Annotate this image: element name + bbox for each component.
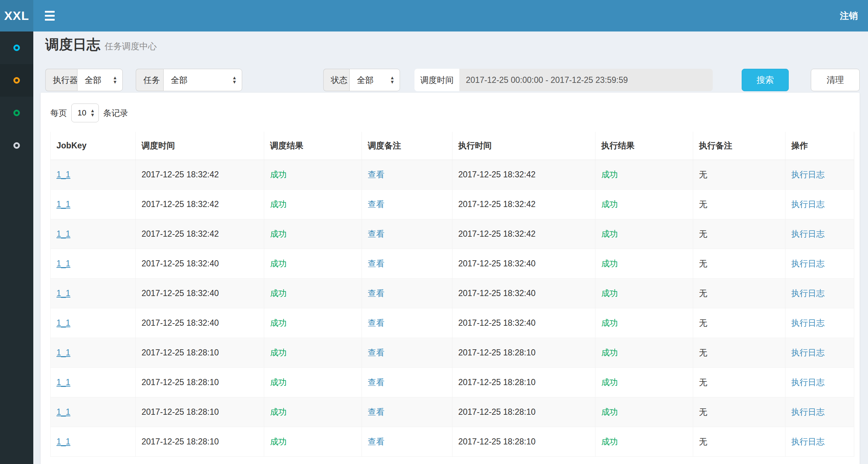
trigger-msg-link[interactable]: 查看	[368, 170, 384, 179]
trigger-time: 2017-12-25 18:32:40	[142, 259, 219, 268]
clean-button[interactable]: 清理	[811, 69, 860, 91]
trigger-msg-link[interactable]: 查看	[368, 437, 384, 446]
job-select[interactable]: 全部 ▲▼	[163, 69, 242, 91]
table-row: 1_12017-12-25 18:28:10成功查看2017-12-25 18:…	[51, 397, 854, 427]
trigger-time-range-input[interactable]: 2017-12-25 00:00:00 - 2017-12-25 23:59:5…	[459, 69, 713, 91]
cell-exec-log-link: 执行日志	[785, 368, 854, 397]
sidebar-item-1[interactable]	[0, 31, 33, 64]
cell-handle-result: 成功	[595, 249, 693, 279]
cell-trigger-time: 2017-12-25 18:28:10	[136, 397, 264, 427]
exec-log-link[interactable]: 执行日志	[791, 259, 825, 268]
trigger-msg-link[interactable]: 查看	[368, 348, 384, 357]
cell-handle-result: 成功	[595, 397, 693, 427]
jobkey-link[interactable]: 1_1	[56, 377, 70, 387]
table-row: 1_12017-12-25 18:32:42成功查看2017-12-25 18:…	[51, 190, 854, 219]
handle-result: 成功	[601, 318, 618, 328]
cell-trigger-time: 2017-12-25 18:32:42	[136, 190, 264, 219]
cell-handle-time: 2017-12-25 18:32:42	[452, 190, 595, 219]
handle-time: 2017-12-25 18:32:42	[458, 199, 536, 209]
jobkey-link[interactable]: 1_1	[56, 229, 70, 239]
cell-handle-time: 2017-12-25 18:28:10	[452, 427, 595, 457]
table-row: 1_12017-12-25 18:28:10成功查看2017-12-25 18:…	[51, 368, 854, 397]
cell-handle-result: 成功	[595, 219, 693, 249]
cell-trigger-result: 成功	[264, 338, 362, 368]
trigger-result: 成功	[270, 348, 287, 357]
cell-handle-time: 2017-12-25 18:32:40	[452, 308, 595, 338]
exec-log-link[interactable]: 执行日志	[791, 170, 825, 179]
exec-log-link[interactable]: 执行日志	[791, 199, 825, 209]
cell-handle-time: 2017-12-25 18:28:10	[452, 338, 595, 368]
job-filter: 任务 全部 ▲▼	[136, 69, 242, 91]
search-button[interactable]: 搜索	[742, 69, 789, 91]
filter-toolbar: 执行器 全部 ▲▼ 任务 全部 ▲▼ 状态 全部 ▲▼ 调度时间 2017-12…	[0, 69, 868, 91]
cell-exec-log-link: 执行日志	[785, 160, 854, 190]
trigger-time: 2017-12-25 18:32:42	[142, 199, 219, 209]
trigger-msg-link[interactable]: 查看	[368, 259, 384, 268]
cell-jobkey-link: 1_1	[51, 160, 136, 190]
jobkey-link[interactable]: 1_1	[56, 199, 70, 209]
handle-time: 2017-12-25 18:28:10	[458, 377, 536, 387]
exec-log-link[interactable]: 执行日志	[791, 348, 825, 357]
cell-jobkey-link: 1_1	[51, 397, 136, 427]
trigger-result: 成功	[270, 199, 287, 209]
cell-handle-msg: 无	[693, 338, 785, 368]
col-header-handle-msg: 执行备注	[693, 132, 785, 160]
page-size-select[interactable]: 10 ▲▼	[71, 104, 99, 122]
status-select[interactable]: 全部 ▲▼	[349, 69, 400, 91]
cell-handle-msg: 无	[693, 160, 785, 190]
jobkey-link[interactable]: 1_1	[56, 437, 70, 446]
cell-trigger-msg-link: 查看	[362, 279, 452, 308]
trigger-msg-link[interactable]: 查看	[368, 318, 384, 328]
logout-link[interactable]: 注销	[840, 10, 858, 22]
cell-jobkey-link: 1_1	[51, 368, 136, 397]
sidebar-toggle-button[interactable]	[36, 0, 63, 31]
page-size-value: 10	[77, 108, 86, 118]
handle-result: 成功	[601, 229, 618, 239]
handle-result: 成功	[601, 437, 618, 446]
exec-log-link[interactable]: 执行日志	[791, 407, 825, 417]
executor-select[interactable]: 全部 ▲▼	[77, 69, 123, 91]
col-header-jobkey: JobKey	[51, 132, 136, 160]
jobkey-link[interactable]: 1_1	[56, 259, 70, 268]
cell-trigger-msg-link: 查看	[362, 368, 452, 397]
jobkey-link[interactable]: 1_1	[56, 318, 70, 328]
jobkey-link[interactable]: 1_1	[56, 407, 70, 417]
sidebar-item-3[interactable]	[0, 97, 33, 129]
exec-log-link[interactable]: 执行日志	[791, 318, 825, 328]
jobkey-link[interactable]: 1_1	[56, 170, 70, 179]
trigger-time: 2017-12-25 18:32:40	[142, 318, 219, 328]
jobkey-link[interactable]: 1_1	[56, 288, 70, 298]
trigger-time: 2017-12-25 18:28:10	[142, 437, 219, 446]
cell-trigger-result: 成功	[264, 190, 362, 219]
trigger-result: 成功	[270, 259, 287, 268]
sidebar-item-4[interactable]	[0, 129, 33, 162]
table-row: 1_12017-12-25 18:32:40成功查看2017-12-25 18:…	[51, 249, 854, 279]
cell-exec-log-link: 执行日志	[785, 279, 854, 308]
handle-time: 2017-12-25 18:32:40	[458, 288, 536, 298]
trigger-msg-link[interactable]: 查看	[368, 199, 384, 209]
cell-exec-log-link: 执行日志	[785, 397, 854, 427]
cell-trigger-result: 成功	[264, 279, 362, 308]
table-row: 1_12017-12-25 18:28:10成功查看2017-12-25 18:…	[51, 427, 854, 457]
cell-handle-result: 成功	[595, 368, 693, 397]
exec-log-link[interactable]: 执行日志	[791, 288, 825, 298]
jobkey-link[interactable]: 1_1	[56, 348, 70, 357]
exec-log-link[interactable]: 执行日志	[791, 377, 825, 387]
trigger-msg-link[interactable]: 查看	[368, 377, 384, 387]
cell-handle-result: 成功	[595, 427, 693, 457]
trigger-time: 2017-12-25 18:28:10	[142, 407, 219, 417]
exec-log-link[interactable]: 执行日志	[791, 229, 825, 239]
hamburger-icon	[45, 19, 55, 21]
exec-log-link[interactable]: 执行日志	[791, 437, 825, 446]
cell-handle-time: 2017-12-25 18:28:10	[452, 368, 595, 397]
trigger-msg-link[interactable]: 查看	[368, 229, 384, 239]
cell-trigger-result: 成功	[264, 160, 362, 190]
cell-handle-msg: 无	[693, 249, 785, 279]
trigger-msg-link[interactable]: 查看	[368, 288, 384, 298]
trigger-msg-link[interactable]: 查看	[368, 407, 384, 417]
col-header-handle-result: 执行结果	[595, 132, 693, 160]
cell-jobkey-link: 1_1	[51, 279, 136, 308]
handle-msg: 无	[699, 229, 707, 239]
cell-jobkey-link: 1_1	[51, 219, 136, 249]
handle-result: 成功	[601, 377, 618, 387]
